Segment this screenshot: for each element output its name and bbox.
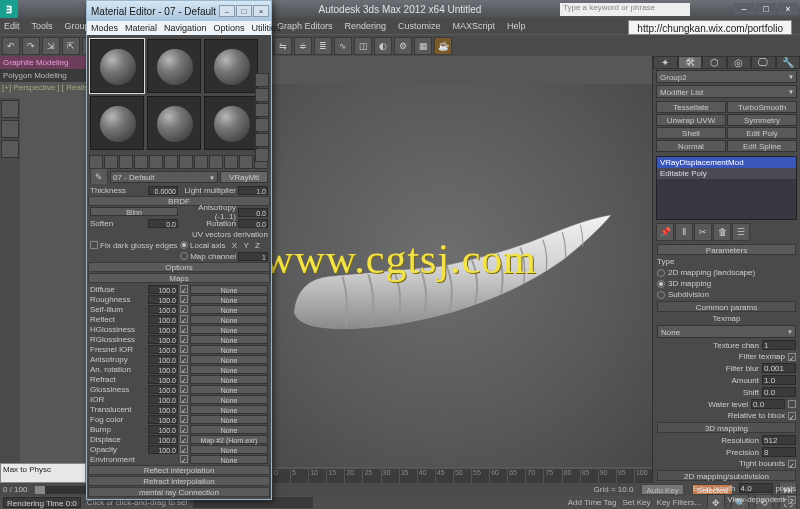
setkey-button[interactable]: Set Key (623, 498, 651, 507)
tab-create-icon[interactable]: ✦ (653, 56, 678, 69)
map-enable-check[interactable] (180, 375, 188, 383)
mod-symmetry[interactable]: Symmetry (727, 114, 797, 126)
texchan-input[interactable] (762, 340, 796, 350)
map-enable-check[interactable] (180, 425, 188, 433)
menu-customize[interactable]: Customize (398, 21, 441, 31)
map-amount[interactable]: 100.0 (148, 415, 178, 424)
map-enable-check[interactable] (180, 295, 188, 303)
map-slot-button[interactable]: None (190, 355, 268, 364)
relative-bbox[interactable]: Relative to bbox (657, 411, 796, 420)
curve-editor-button[interactable]: ∿ (334, 37, 352, 55)
stack-vraydisp[interactable]: VRayDisplacementMod (657, 157, 796, 168)
map-enable-check[interactable] (180, 285, 188, 293)
aniso-value[interactable]: 0.0 (238, 208, 268, 217)
map-amount[interactable]: 100.0 (148, 355, 178, 364)
timeline[interactable]: 0 5 10 15 20 25 30 35 40 45 50 55 60 65 … (272, 469, 652, 483)
undo-button[interactable]: ↶ (2, 37, 20, 55)
map-enable-check[interactable] (180, 395, 188, 403)
viewport-label[interactable]: [+] Perspective ] [ Realist (0, 82, 100, 93)
backlight-icon[interactable] (255, 88, 269, 102)
map-enable-check[interactable] (180, 405, 188, 413)
sample-slot-2[interactable] (147, 39, 201, 93)
sample-slot-3[interactable] (204, 39, 258, 93)
map-enable-check[interactable] (180, 435, 188, 443)
map-enable-check[interactable] (180, 335, 188, 343)
rollout-brdf[interactable]: BRDF (88, 196, 270, 206)
material-id-icon[interactable] (194, 155, 208, 169)
align-button[interactable]: ≑ (294, 37, 312, 55)
layers-button[interactable]: ≣ (314, 37, 332, 55)
me-menu-utilities[interactable]: Utilities (252, 23, 281, 33)
map-slot-button[interactable]: None (190, 285, 268, 294)
modifier-stack[interactable]: VRayDisplacementMod Editable Poly (656, 156, 797, 220)
video-check-icon[interactable] (255, 133, 269, 147)
map-slot-button[interactable]: None (190, 305, 268, 314)
toolstrip-icon[interactable] (1, 120, 19, 138)
map-enable-check[interactable] (180, 345, 188, 353)
toolstrip-icon[interactable] (1, 140, 19, 158)
me-close-button[interactable]: × (253, 5, 269, 17)
time-tag[interactable]: Add Time Tag (568, 498, 617, 507)
type-2d[interactable]: 2D mapping (landscape) (657, 268, 796, 277)
rollout-refract-interp[interactable]: Refract interpolation (88, 476, 270, 486)
mod-normal[interactable]: Normal (656, 140, 726, 152)
modifier-list-dropdown[interactable]: Modifier List (656, 85, 797, 98)
me-menu-navigation[interactable]: Navigation (164, 23, 207, 33)
texture-channel[interactable]: Texture chan (657, 340, 796, 350)
mod-unwrap[interactable]: Unwrap UVW (656, 114, 726, 126)
water-level[interactable]: Water level (657, 399, 796, 409)
get-material-icon[interactable] (89, 155, 103, 169)
map-amount[interactable]: 100.0 (148, 435, 178, 444)
brdf-type-dropdown[interactable]: Blinn (90, 207, 178, 216)
material-editor-titlebar[interactable]: Material Editor - 07 - Default – □ × (87, 1, 271, 21)
me-menu-material[interactable]: Material (125, 23, 157, 33)
map-amount[interactable]: 100.0 (148, 425, 178, 434)
rollout-maps[interactable]: Maps (88, 273, 270, 283)
tight-bounds[interactable]: Tight bounds (657, 459, 796, 468)
me-menu-options[interactable]: Options (214, 23, 245, 33)
menu-maxscript[interactable]: MAXScript (453, 21, 496, 31)
map-slot-button[interactable]: None (190, 335, 268, 344)
mapchan-radio[interactable] (180, 252, 188, 260)
stack-remove-icon[interactable]: 🗑 (713, 223, 731, 241)
menu-help[interactable]: Help (507, 21, 526, 31)
mod-turbosmooth[interactable]: TurboSmooth (727, 101, 797, 113)
perspective-viewport[interactable] (272, 84, 652, 467)
sample-slot-5[interactable] (147, 96, 201, 150)
sample-uv-icon[interactable] (255, 118, 269, 132)
background-icon[interactable] (255, 103, 269, 117)
rollout-reflect-interp[interactable]: Reflect interpolation (88, 465, 270, 475)
type-subdiv[interactable]: Subdivision (657, 290, 796, 299)
resolution[interactable]: Resolution (657, 435, 796, 445)
map-amount[interactable]: 100.0 (148, 445, 178, 454)
map-enable-check[interactable] (180, 415, 188, 423)
map-slot-button[interactable]: None (190, 325, 268, 334)
view-dependent[interactable]: View-dependent (657, 495, 796, 504)
stack-editable-poly[interactable]: Editable Poly (657, 168, 796, 179)
map-enable-check[interactable] (180, 385, 188, 393)
map-enable-check[interactable] (180, 455, 188, 463)
map-slot-button[interactable]: None (190, 345, 268, 354)
map-slot-button[interactable]: None (190, 415, 268, 424)
object-name-field[interactable]: Group2 (656, 70, 797, 83)
thickness-value[interactable]: 0.0000 (148, 186, 178, 195)
assign-icon[interactable] (119, 155, 133, 169)
map-amount[interactable]: 100.0 (148, 395, 178, 404)
link-button[interactable]: ⇲ (42, 37, 60, 55)
maximize-button[interactable]: □ (756, 3, 776, 15)
light-mult-value[interactable]: 1.0 (238, 186, 268, 195)
map-amount[interactable]: 100.0 (148, 335, 178, 344)
mod-editpoly[interactable]: Edit Poly (727, 127, 797, 139)
put-to-scene-icon[interactable] (104, 155, 118, 169)
map-amount[interactable]: 100.0 (148, 315, 178, 324)
menu-tools[interactable]: Tools (32, 21, 53, 31)
map-amount[interactable]: 100.0 (148, 345, 178, 354)
stack-pin-icon[interactable]: 📌 (656, 223, 674, 241)
rotation-value[interactable]: 0.0 (238, 219, 268, 228)
stack-config-icon[interactable]: ☰ (732, 223, 750, 241)
mirror-button[interactable]: ⇋ (274, 37, 292, 55)
map-slot-button[interactable]: None (190, 315, 268, 324)
map-enable-check[interactable] (180, 305, 188, 313)
map-enable-check[interactable] (180, 445, 188, 453)
material-editor-window[interactable]: Material Editor - 07 - Default – □ × Mod… (86, 0, 272, 500)
